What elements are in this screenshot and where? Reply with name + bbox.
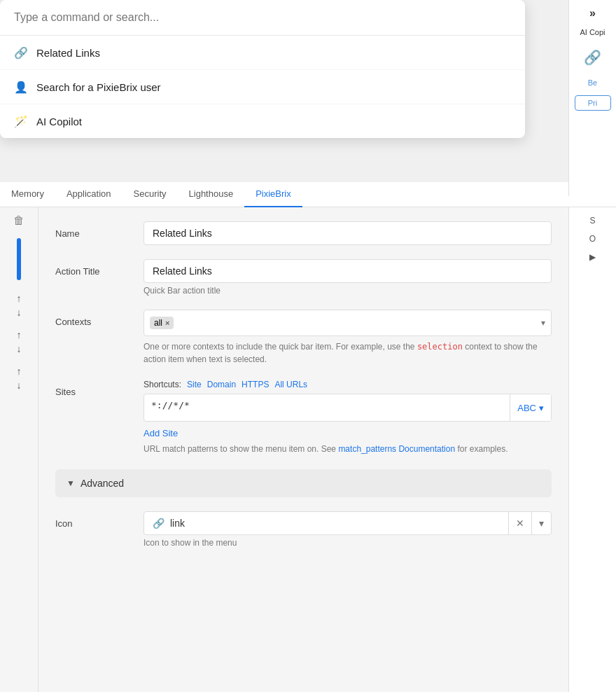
selection-code: selection: [417, 342, 463, 352]
action-title-helper: Quick Bar action title: [144, 286, 552, 296]
advanced-section: ▼ Advanced: [55, 469, 552, 497]
sidebar-s-label: S: [589, 216, 595, 226]
icon-select[interactable]: 🔗 link ✕ ▾: [144, 511, 552, 535]
select-chevron-icon: ▾: [541, 318, 545, 328]
result-label: Related Links: [36, 47, 100, 59]
right-panel-icon: 🔗: [580, 45, 606, 70]
icon-row: Icon 🔗 link ✕ ▾ Icon to show in the menu: [55, 511, 552, 548]
search-input[interactable]: [14, 11, 511, 24]
contexts-row: Contexts all × ▾ One or more contexts to…: [55, 310, 552, 366]
right-panel: » AI Copi 🔗 Be Pri: [568, 0, 616, 196]
contexts-label: Contexts: [55, 310, 132, 327]
move-up-button-3[interactable]: ↑: [15, 364, 23, 378]
link-icon: 🔗: [14, 46, 28, 60]
list-item[interactable]: 🔗 Related Links: [0, 36, 525, 70]
main-content: 🗑 ↑ ↓ ↑ ↓ ↑ ↓ Name Action: [0, 207, 616, 692]
action-column: 🗑 ↑ ↓ ↑ ↓ ↑ ↓: [0, 207, 38, 692]
link-icon-small: 🔗: [153, 518, 164, 529]
sites-label: Sites: [55, 380, 132, 397]
result-label: AI Copilot: [36, 116, 82, 127]
icon-helper: Icon to show in the menu: [144, 538, 552, 548]
shortcut-site-link[interactable]: Site: [187, 380, 202, 389]
shortcut-https-link[interactable]: HTTPS: [241, 380, 269, 389]
icon-label: Icon: [55, 511, 132, 529]
tabs-bar: Memory Application Security Lighthouse P…: [0, 182, 616, 207]
tab-memory[interactable]: Memory: [0, 182, 55, 207]
move-buttons-2: ↑ ↓: [15, 328, 23, 356]
trash-icon[interactable]: 🗑: [13, 214, 24, 227]
sites-row: Sites Shortcuts: Site Domain HTTPS All U…: [55, 380, 552, 455]
right-panel-link[interactable]: Be: [588, 78, 597, 87]
shortcuts-row: Shortcuts: Site Domain HTTPS All URLs: [144, 380, 552, 389]
move-buttons-3: ↑ ↓: [15, 364, 23, 392]
action-title-input[interactable]: [144, 259, 552, 283]
site-url-input[interactable]: *://*/*: [144, 394, 510, 421]
form-area: Name Action Title Quick Bar action title…: [38, 207, 568, 692]
right-sidebar-extra: S O ▶: [568, 207, 616, 692]
sidebar-o-label: O: [589, 234, 596, 244]
search-overlay: 🔗 Related Links 👤 Search for a PixieBrix…: [0, 0, 525, 138]
sites-field-wrap: Shortcuts: Site Domain HTTPS All URLs *:…: [144, 380, 552, 455]
clear-icon-button[interactable]: ✕: [508, 512, 531, 534]
contexts-helper: One or more contexts to include the quic…: [144, 340, 552, 366]
abc-dropdown-button[interactable]: ABC ▾: [510, 394, 551, 421]
shortcuts-label: Shortcuts:: [144, 380, 181, 389]
shortcut-all-urls-link[interactable]: All URLs: [274, 380, 307, 389]
tab-lighthouse[interactable]: Lighthouse: [178, 182, 245, 207]
action-title-field-wrap: Quick Bar action title: [144, 259, 552, 296]
result-label: Search for a PixieBrix user: [36, 81, 161, 93]
contexts-field-wrap: all × ▾ One or more contexts to include …: [144, 310, 552, 366]
site-input-row: *://*/* ABC ▾: [144, 394, 552, 422]
move-down-button-3[interactable]: ↓: [15, 378, 23, 392]
name-field-wrap: [144, 221, 552, 245]
tab-pixiebrix[interactable]: PixieBrix: [244, 182, 302, 207]
sidebar-arrow-right-icon[interactable]: ▶: [589, 252, 596, 262]
action-title-row: Action Title Quick Bar action title: [55, 259, 552, 296]
tab-application[interactable]: Application: [55, 182, 122, 207]
icon-value-display: 🔗 link: [144, 512, 508, 534]
pri-button[interactable]: Pri: [575, 95, 611, 111]
move-up-button-2[interactable]: ↑: [15, 328, 23, 342]
list-item[interactable]: 🪄 AI Copilot: [0, 104, 525, 138]
contexts-tag: all ×: [150, 317, 174, 329]
move-down-button-2[interactable]: ↓: [15, 342, 23, 356]
shortcut-domain-link[interactable]: Domain: [207, 380, 236, 389]
action-title-label: Action Title: [55, 259, 132, 277]
name-input[interactable]: [144, 221, 552, 245]
name-row: Name: [55, 221, 552, 245]
move-up-button[interactable]: ↑: [15, 291, 23, 305]
icon-field-wrap: 🔗 link ✕ ▾ Icon to show in the menu: [144, 511, 552, 548]
search-input-container[interactable]: [0, 0, 525, 36]
match-patterns-link[interactable]: match_patterns Documentation: [338, 444, 455, 454]
contexts-select[interactable]: all × ▾: [144, 310, 552, 336]
add-site-link[interactable]: Add Site: [144, 428, 178, 438]
magic-icon: 🪄: [14, 114, 28, 128]
list-item[interactable]: 👤 Search for a PixieBrix user: [0, 70, 525, 104]
abc-chevron-icon: ▾: [539, 403, 544, 413]
advanced-label: Advanced: [80, 478, 124, 489]
right-panel-title: AI Copi: [580, 28, 605, 36]
chevron-down-icon: ▼: [66, 478, 75, 488]
advanced-toggle[interactable]: ▼ Advanced: [55, 469, 552, 497]
move-buttons-1: ↑ ↓: [15, 291, 23, 319]
move-down-button[interactable]: ↓: [15, 305, 23, 319]
user-icon: 👤: [14, 80, 28, 94]
icon-dropdown-button[interactable]: ▾: [531, 512, 551, 534]
tab-security[interactable]: Security: [122, 182, 178, 207]
url-help-text: URL match patterns to show the menu item…: [144, 443, 552, 455]
remove-tag-button[interactable]: ×: [165, 319, 169, 327]
collapse-button[interactable]: »: [589, 7, 596, 20]
name-label: Name: [55, 221, 132, 239]
active-indicator: [17, 238, 21, 280]
